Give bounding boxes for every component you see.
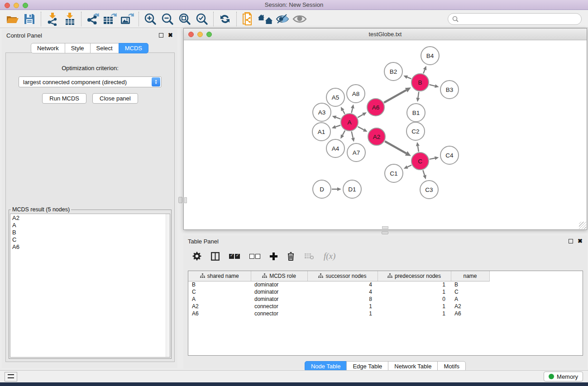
graph-edge-B-B2[interactable] xyxy=(407,77,411,79)
export-table-button[interactable] xyxy=(101,11,119,27)
canvas-vertical-scroll-thumb[interactable] xyxy=(184,197,187,203)
graph-edge-A-A4[interactable] xyxy=(343,131,345,135)
mcds-result-item[interactable]: C xyxy=(12,236,170,243)
column-header-shared-name[interactable]: shared name xyxy=(188,271,251,281)
table-cell[interactable]: B xyxy=(451,281,489,288)
table-cell[interactable]: 1 xyxy=(378,281,451,288)
close-panel-button[interactable]: Close panel xyxy=(92,93,138,104)
mcds-result-list[interactable]: A2ABCA6 xyxy=(10,214,170,357)
graph-edge-C-C3[interactable] xyxy=(423,170,425,176)
tab-network[interactable]: Network xyxy=(31,43,65,53)
table-row[interactable]: Bdominator41B xyxy=(188,281,583,288)
tab-select[interactable]: Select xyxy=(90,43,119,53)
run-mcds-button[interactable]: Run MCDS xyxy=(42,93,86,104)
save-session-button[interactable] xyxy=(21,11,38,27)
clone-network-button[interactable] xyxy=(239,11,257,27)
graph-edge-B-B3[interactable] xyxy=(429,85,435,86)
table-cell[interactable]: B xyxy=(188,281,251,288)
search-field[interactable] xyxy=(448,13,582,25)
graph-edge-A-A1[interactable] xyxy=(335,125,340,127)
export-network-button[interactable] xyxy=(84,11,101,27)
column-header-name[interactable]: name xyxy=(451,271,489,281)
function-builder-icon[interactable]: f(x) xyxy=(324,251,335,261)
column-header-MCDS-role[interactable]: MCDS role xyxy=(251,271,307,281)
graph-edge-C-C4[interactable] xyxy=(430,158,435,159)
tab-style[interactable]: Style xyxy=(65,43,91,53)
table-cell[interactable]: A2 xyxy=(451,303,489,310)
deselect-all-icon[interactable] xyxy=(249,254,260,259)
graph-edge-A-A8[interactable] xyxy=(352,108,353,113)
close-table-panel-icon[interactable]: ✖ xyxy=(578,239,583,243)
table-cell[interactable]: dominator xyxy=(251,288,307,295)
table-cell[interactable]: C xyxy=(451,288,489,295)
table-row[interactable]: A6connector11A6 xyxy=(188,310,583,317)
canvas-horizontal-scroll-thumb[interactable] xyxy=(382,226,388,229)
delete-table-icon[interactable] xyxy=(304,253,314,260)
mcds-result-item[interactable]: A6 xyxy=(12,243,170,251)
table-cell[interactable]: 4 xyxy=(307,281,378,288)
tab-mcds[interactable]: MCDS xyxy=(119,43,148,53)
column-header-predecessor-nodes[interactable]: predecessor nodes xyxy=(378,271,451,281)
trash-icon[interactable] xyxy=(287,252,295,261)
horizontal-splitter-handle[interactable] xyxy=(382,231,388,234)
add-row-icon[interactable] xyxy=(270,253,277,260)
mcds-result-item[interactable]: A xyxy=(12,222,170,229)
table-cell[interactable]: C xyxy=(188,288,251,295)
float-table-panel-icon[interactable] xyxy=(569,239,573,243)
open-file-button[interactable] xyxy=(4,11,21,27)
table-cell[interactable]: A6 xyxy=(188,310,251,317)
graph-edge-A-A3[interactable] xyxy=(336,117,340,119)
home-button[interactable] xyxy=(257,11,274,27)
table-row[interactable]: A2connector11A2 xyxy=(188,303,583,310)
graph-edge-C-C2[interactable] xyxy=(418,146,419,152)
table-cell[interactable]: A2 xyxy=(188,303,251,310)
graph-edge-A6-B[interactable] xyxy=(384,90,406,103)
table-cell[interactable]: connector xyxy=(251,310,307,317)
graph-edge-A-A5[interactable] xyxy=(343,110,344,114)
network-canvas[interactable]: AA1A2A3A4A5A6A7A8BB1B2B3B4CC1C2C3C4DD1 xyxy=(184,40,587,229)
network-window-titlebar[interactable]: testGlobe.txt xyxy=(184,29,587,40)
graph-edge-C-C1[interactable] xyxy=(407,165,411,167)
refresh-button[interactable] xyxy=(216,11,234,27)
zoom-fit-button[interactable] xyxy=(176,11,193,27)
task-history-button[interactable] xyxy=(5,372,17,381)
graph-edge-B-B4[interactable] xyxy=(423,70,425,73)
table-row[interactable]: Adominator80A xyxy=(188,295,583,303)
show-graphics-details-button[interactable] xyxy=(291,11,308,27)
table-cell[interactable]: 4 xyxy=(307,288,378,295)
table-cell[interactable]: 1 xyxy=(307,310,378,317)
window-resize-grip[interactable] xyxy=(579,222,586,229)
zoom-out-button[interactable] xyxy=(159,11,176,27)
vertical-splitter-handle[interactable] xyxy=(178,197,182,203)
select-all-icon[interactable] xyxy=(229,254,240,259)
hide-graphics-details-button[interactable] xyxy=(274,11,291,27)
gear-icon[interactable] xyxy=(192,252,201,261)
zoom-selected-button[interactable] xyxy=(193,11,210,27)
float-panel-icon[interactable] xyxy=(159,33,163,38)
mcds-result-item[interactable]: A2 xyxy=(12,214,170,222)
table-cell[interactable]: 1 xyxy=(378,303,451,310)
table-cell[interactable]: dominator xyxy=(251,281,307,288)
table-cell[interactable]: dominator xyxy=(251,295,307,303)
table-cell[interactable]: 1 xyxy=(378,288,451,295)
table-cell[interactable]: connector xyxy=(251,303,307,310)
criterion-dropdown[interactable]: largest connected component (directed) ▲… xyxy=(19,76,162,87)
export-image-button[interactable] xyxy=(119,11,136,27)
import-network-button[interactable] xyxy=(44,11,61,27)
result-list-scrollbar[interactable] xyxy=(166,214,170,357)
table-cell[interactable]: 1 xyxy=(307,303,378,310)
memory-button[interactable]: Memory xyxy=(544,372,583,381)
table-cell[interactable]: A6 xyxy=(451,310,489,317)
table-row[interactable]: Cdominator41C xyxy=(188,288,583,295)
import-table-button[interactable] xyxy=(61,11,78,27)
table-cell[interactable]: 1 xyxy=(378,310,451,317)
graph-edge-B-B1[interactable] xyxy=(418,92,419,98)
table-cell[interactable]: A xyxy=(451,295,489,303)
mcds-result-item[interactable]: B xyxy=(12,229,170,236)
column-header-successor-nodes[interactable]: successor nodes xyxy=(307,271,378,281)
graph-edge-A-A7[interactable] xyxy=(352,131,353,138)
table-cell[interactable]: 0 xyxy=(378,295,451,303)
search-input[interactable] xyxy=(461,15,577,23)
close-panel-icon[interactable]: ✖ xyxy=(168,33,173,38)
graph-edge-A-A2[interactable] xyxy=(358,127,364,130)
